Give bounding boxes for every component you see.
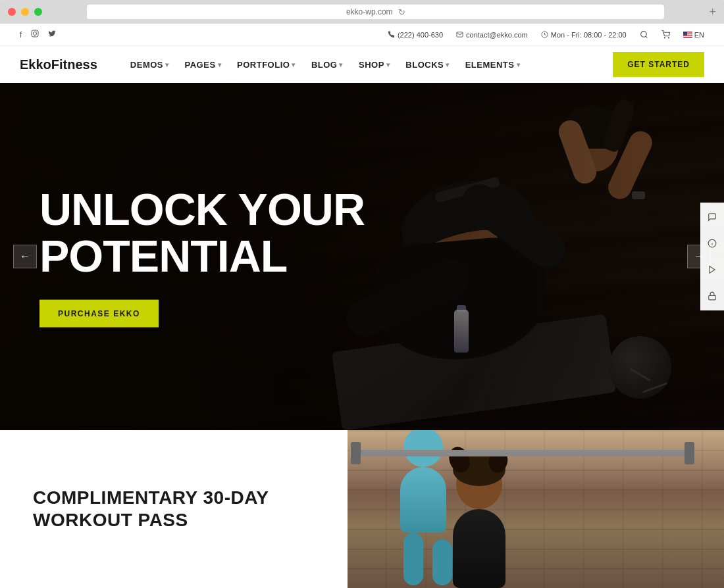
promo-section: COMPLIMENTARY 30-DAY WORKOUT PASS [0,430,724,588]
purchase-button[interactable]: PURCHASE EKKO [39,299,159,327]
nav-demos[interactable]: DEMOS ▾ [124,56,176,74]
phone-info: (222) 400-630 [388,31,443,39]
browser-window: ekko-wp.com ↻ + [0,0,724,24]
website-content: f (222) 400-630 contact@ekko.com Mon - F… [0,24,724,588]
chevron-down-icon: ▾ [218,61,222,68]
chevron-down-icon: ▾ [386,61,390,68]
social-links: f [20,30,56,39]
hero-title: UNLOCK YOUR POTENTIAL [39,186,365,280]
hours-info: Mon - Fri: 08:00 - 22:00 [541,31,627,39]
maximize-button[interactable] [34,8,42,16]
email-address: contact@ekko.com [466,31,528,39]
svg-point-1 [34,32,37,36]
email-info: contact@ekko.com [456,31,528,39]
svg-marker-16 [710,266,715,274]
promo-text: COMPLIMENTARY 30-DAY WORKOUT PASS [0,430,348,588]
language-code: EN [694,31,704,39]
instagram-link[interactable] [31,30,39,39]
svg-rect-12 [683,32,687,36]
url-text: ekko-wp.com [346,7,393,16]
main-navigation: DEMOS ▾ PAGES ▾ PORTFOLIO ▾ BLOG ▾ SHOP … [124,56,613,74]
facebook-link[interactable]: f [20,30,22,39]
nav-elements[interactable]: ELEMENTS ▾ [459,56,527,74]
nav-portfolio[interactable]: PORTFOLIO ▾ [230,56,302,74]
browser-titlebar: ekko-wp.com ↻ + [0,0,724,24]
minimize-button[interactable] [21,8,29,16]
nav-blocks[interactable]: BLOCKS ▾ [399,56,455,74]
address-bar[interactable]: ekko-wp.com ↻ [87,5,664,19]
promo-image [348,430,724,588]
play-icon[interactable] [704,262,720,278]
chevron-down-icon: ▾ [292,61,296,68]
hero-section: UNLOCK YOUR POTENTIAL PURCHASE EKKO ← → [0,83,724,430]
reload-icon[interactable]: ↻ [398,7,405,17]
business-hours: Mon - Fri: 08:00 - 22:00 [551,31,627,39]
twitter-link[interactable] [48,30,56,39]
info-icon[interactable] [704,235,720,251]
close-button[interactable] [8,8,16,16]
svg-rect-0 [32,30,38,37]
search-icon[interactable] [640,30,648,39]
svg-rect-17 [709,295,716,299]
promo-title: COMPLIMENTARY 30-DAY WORKOUT PASS [33,487,315,531]
svg-point-6 [664,37,665,38]
site-logo[interactable]: EkkoFitness [20,57,97,72]
svg-point-7 [668,37,669,38]
lock-icon[interactable] [704,288,720,304]
side-panel [700,203,724,310]
nav-blog[interactable]: BLOG ▾ [305,56,349,74]
nav-shop[interactable]: SHOP ▾ [352,56,396,74]
svg-point-2 [37,32,38,32]
language-selector[interactable]: EN [683,31,704,39]
navbar: EkkoFitness DEMOS ▾ PAGES ▾ PORTFOLIO ▾ … [0,46,724,83]
slider-prev-button[interactable]: ← [13,245,37,268]
chevron-down-icon: ▾ [446,61,450,68]
get-started-button[interactable]: GET STARTED [613,52,704,77]
new-tab-button[interactable]: + [709,5,716,19]
chevron-down-icon: ▾ [517,61,521,68]
svg-point-4 [640,32,646,37]
contact-info: (222) 400-630 contact@ekko.com Mon - Fri… [388,30,704,39]
svg-line-5 [646,36,647,37]
phone-number: (222) 400-630 [398,31,443,39]
chevron-down-icon: ▾ [339,61,343,68]
nav-pages[interactable]: PAGES ▾ [178,56,228,74]
comment-icon[interactable] [704,209,720,225]
chevron-down-icon: ▾ [165,61,169,68]
svg-rect-11 [683,36,692,37]
cart-icon[interactable] [661,30,670,39]
top-info-bar: f (222) 400-630 contact@ekko.com Mon - F… [0,24,724,46]
hero-text-content: UNLOCK YOUR POTENTIAL PURCHASE EKKO [39,186,365,328]
